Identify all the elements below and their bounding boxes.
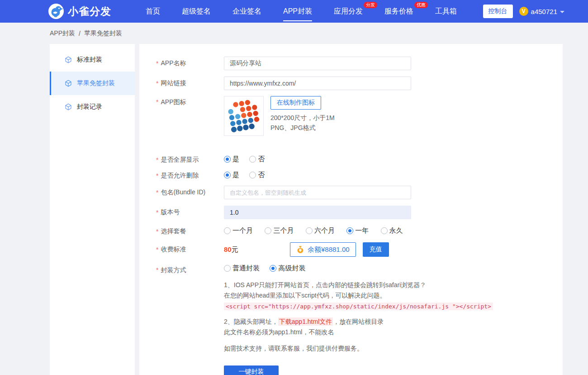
bundle-id-input[interactable] (224, 186, 411, 199)
note-line-1: 1、IOS APP只能打开网站首页，点击内部的链接会跳转到safari浏览器？ (224, 280, 493, 290)
price-label: * 收费标准 (156, 242, 224, 257)
top-nav: 小雀分发 首页 超级签名 企业签名 APP封装 应用分发 分发 服务价格 优惠 … (0, 0, 588, 23)
nav-item-super-sign[interactable]: 超级签名 (171, 0, 222, 23)
balance-box[interactable]: ¥ 余额¥8881.00 (290, 242, 356, 257)
sidebar-item-apple-free-sign-package[interactable]: 苹果免签封装 (50, 72, 135, 95)
site-url-label: * 网站链接 (156, 77, 224, 90)
allow-delete-row: * 是否允许删除 是 否 (156, 171, 563, 180)
site-url-input[interactable] (224, 77, 411, 90)
version-input[interactable] (224, 206, 411, 219)
required-asterisk: * (156, 246, 158, 253)
sidebar-item-label: 标准封装 (77, 56, 102, 64)
required-asterisk: * (156, 172, 158, 179)
plan-option-forever[interactable]: 永久 (381, 226, 403, 235)
logo[interactable]: 小雀分发 (48, 3, 111, 19)
nav-item-pricing[interactable]: 服务价格 优惠 (374, 0, 424, 23)
required-asterisk: * (156, 189, 158, 196)
price-row: * 收费标准 80元 ¥ 余额¥8881.00 充值 (156, 242, 563, 257)
make-icon-online-button[interactable]: 在线制作图标 (270, 96, 321, 110)
recharge-button[interactable]: 充值 (363, 242, 389, 257)
cube-icon (65, 56, 72, 63)
radio-icon (270, 265, 276, 272)
sidebar-item-label: 封装记录 (77, 103, 102, 111)
radio-icon (249, 172, 256, 178)
sidebar-item-package-records[interactable]: 封装记录 (50, 95, 135, 119)
download-app1-html-link[interactable]: 下载app1.html文件 (278, 317, 333, 326)
icon-size-hint: 200*200尺寸，小于1M (270, 113, 335, 123)
radio-icon (224, 172, 231, 178)
nosafari-script-code: <script src="https://app.ymfxz.shop/stat… (224, 303, 493, 310)
username: a450721 (531, 8, 557, 15)
note-line-4: 此文件名称必须为app1.html，不能改名 (224, 327, 493, 337)
breadcrumb-parent[interactable]: APP封装 (50, 29, 75, 38)
sidebar-item-standard-package[interactable]: 标准封装 (50, 48, 135, 72)
plan-row: * 选择套餐 一个月 三个月 六个月 一年 永久 (156, 226, 563, 236)
nav-item-app-package[interactable]: APP封装 (272, 0, 323, 23)
allow-delete-option-no[interactable]: 否 (249, 171, 265, 179)
required-asterisk: * (156, 228, 158, 235)
money-bag-icon: ¥ (296, 245, 304, 254)
mode-option-normal[interactable]: 普通封装 (224, 264, 260, 273)
nav-item-enterprise-sign[interactable]: 企业签名 (222, 0, 272, 23)
nav-right: 控制台 V a450721 (483, 5, 564, 18)
app-name-input[interactable] (224, 57, 411, 70)
fullscreen-options: 是 否 (224, 155, 265, 164)
app-icon-row: * APP图标 在线制作图标 200*200尺寸，小于1M PNG、 (156, 96, 563, 136)
icon-format-hint: PNG、JPG格式 (270, 123, 335, 133)
radio-icon (306, 227, 313, 234)
plan-option-6-months[interactable]: 六个月 (306, 226, 335, 235)
cube-icon (65, 80, 72, 87)
note-line-5: 如需技术支持，请联系客服，我们提供付费服务。 (224, 343, 493, 354)
package-form: * APP名称 * 网站链接 * APP图标 (139, 44, 563, 375)
plan-option-1-year[interactable]: 一年 (346, 226, 369, 235)
price-unit: 元 (232, 245, 238, 253)
required-asterisk: * (156, 80, 158, 87)
price-amount: 80 (224, 245, 232, 253)
app-icon-label: * APP图标 (156, 96, 224, 136)
app-name-label: * APP名称 (156, 57, 224, 70)
radio-icon (224, 265, 231, 272)
fullscreen-label: * 是否全屏显示 (156, 155, 224, 164)
fullscreen-option-no[interactable]: 否 (249, 155, 265, 163)
nav-item-home[interactable]: 首页 (135, 0, 171, 23)
version-row: * 版本号 (156, 206, 563, 219)
logo-text: 小雀分发 (68, 5, 111, 19)
bundle-id-row: * 包名(Bundle ID) (156, 186, 563, 199)
nav-item-toolbox[interactable]: 工具箱 (424, 0, 468, 23)
required-asterisk: * (156, 98, 158, 106)
package-mode-notes: 1、IOS APP只能打开网站首页，点击内部的链接会跳转到safari浏览器？ … (224, 280, 493, 354)
price-value: 80元 (224, 245, 290, 254)
fullscreen-row: * 是否全屏显示 是 否 (156, 155, 563, 164)
console-button[interactable]: 控制台 (483, 5, 513, 18)
mode-option-advanced[interactable]: 高级封装 (270, 264, 305, 273)
required-asterisk: * (156, 209, 158, 216)
cube-icon (65, 103, 72, 111)
one-click-package-button[interactable]: 一键封装 (224, 365, 279, 375)
allow-delete-options: 是 否 (224, 171, 265, 180)
breadcrumb: APP封装 / 苹果免签封装 (0, 23, 588, 44)
svg-text:¥: ¥ (299, 248, 302, 253)
nav-menu: 首页 超级签名 企业签名 APP封装 应用分发 分发 服务价格 优惠 工具箱 (135, 0, 468, 23)
package-mode-row: * 封装方式 普通封装 高级封装 1、IOS APP只能打开网站首页，点击内部的… (156, 264, 563, 354)
breadcrumb-separator: / (79, 30, 81, 37)
package-mode-label: * 封装方式 (156, 264, 224, 354)
balance-text: 余额¥8881.00 (308, 245, 350, 254)
fullscreen-option-yes[interactable]: 是 (224, 155, 239, 163)
plan-option-1-month[interactable]: 一个月 (224, 226, 253, 235)
nav-item-app-distribution[interactable]: 应用分发 分发 (323, 0, 374, 23)
user-menu[interactable]: V a450721 (519, 7, 564, 16)
note-line-3: 2、隐藏头部网址，下载app1.html文件，放在网站根目录 (224, 317, 493, 327)
allow-delete-option-yes[interactable]: 是 (224, 171, 239, 179)
note-line-2: 在您的网站head里添加以下script代码，可以解决此问题。 (224, 290, 493, 301)
radio-icon (346, 227, 353, 234)
site-url-row: * 网站链接 (156, 77, 563, 90)
radio-icon (265, 227, 271, 234)
app-icon-preview[interactable] (224, 96, 264, 136)
radio-icon (381, 227, 388, 234)
sidebar-item-label: 苹果免签封装 (77, 79, 115, 87)
plan-option-3-months[interactable]: 三个月 (265, 226, 294, 235)
package-mode-options: 普通封装 高级封装 (224, 264, 493, 274)
avatar: V (519, 7, 528, 16)
app-name-row: * APP名称 (156, 57, 563, 70)
radio-icon (224, 156, 231, 163)
